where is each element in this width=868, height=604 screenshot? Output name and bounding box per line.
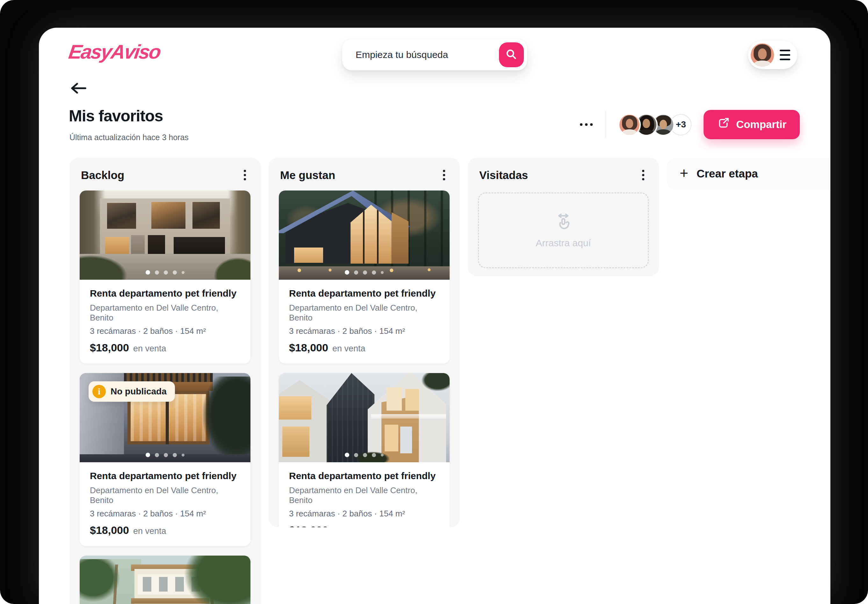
user-avatar[interactable]: [751, 43, 774, 67]
create-stage-label: Crear etapa: [697, 167, 758, 180]
kebab-icon[interactable]: [240, 167, 249, 183]
create-stage-button[interactable]: + Crear etapa: [667, 158, 831, 189]
listing-specs: 3 recámaras · 2 baños · 154 m²: [289, 326, 439, 336]
carousel-dot[interactable]: [181, 271, 184, 274]
carousel-dot[interactable]: [155, 453, 159, 457]
listing-card-body: Renta departamento pet friendly Departam…: [80, 280, 251, 364]
photo-shape: [371, 414, 446, 418]
photo-shape: [80, 253, 131, 280]
listing-card[interactable]: Renta departamento pet friendly Departam…: [279, 190, 450, 364]
listing-photo[interactable]: [80, 190, 251, 280]
column-header: Me gustan: [269, 158, 460, 190]
listing-title: Renta departamento pet friendly: [289, 471, 439, 482]
listing-price-suffix: en venta: [133, 526, 166, 536]
carousel-dot[interactable]: [345, 270, 349, 275]
listing-card[interactable]: Renta departamento pet friendly Departam…: [80, 190, 251, 364]
photo-shape: [282, 427, 310, 457]
carousel-dot[interactable]: [146, 453, 150, 457]
carousel-dot[interactable]: [173, 271, 177, 275]
search-button[interactable]: [499, 42, 524, 67]
carousel-dot[interactable]: [354, 271, 358, 275]
column-title: Me gustan: [280, 169, 335, 181]
carousel-dot[interactable]: [363, 453, 367, 457]
page-header-actions: +3 Compartir: [579, 110, 800, 139]
carousel-dot[interactable]: [155, 271, 159, 275]
listing-card[interactable]: [80, 556, 251, 604]
listing-photo[interactable]: [279, 190, 450, 280]
collaborator-avatar[interactable]: [618, 113, 641, 136]
photo-shape: [107, 203, 136, 229]
carousel-dots: [279, 270, 450, 275]
photo-shape: [182, 556, 251, 604]
listing-title: Renta departamento pet friendly: [90, 471, 240, 482]
carousel-dot[interactable]: [381, 454, 384, 457]
kebab-icon[interactable]: [639, 167, 648, 183]
divider: [605, 111, 606, 138]
page-title: Mis favoritos: [69, 107, 163, 125]
photo-shape: [131, 235, 145, 254]
carousel-dot[interactable]: [146, 270, 150, 275]
magnifier-icon: [505, 48, 518, 62]
kebab-icon[interactable]: [440, 167, 448, 183]
carousel-dot[interactable]: [363, 271, 367, 275]
screenshot-frame: EasyAviso Mis favorit: [0, 0, 868, 604]
board-column-backlog: Backlog: [70, 158, 260, 604]
share-icon: [717, 117, 730, 132]
more-options-button[interactable]: [579, 120, 593, 129]
carousel-dot[interactable]: [372, 453, 376, 457]
hamburger-icon[interactable]: [780, 50, 790, 60]
photo-shape: [203, 376, 251, 460]
column-header: Backlog: [70, 158, 260, 190]
back-button[interactable]: [70, 81, 88, 95]
brand-logo[interactable]: EasyAviso: [67, 40, 162, 63]
photo-shape: [327, 373, 374, 462]
carousel-dot[interactable]: [181, 454, 184, 457]
listing-photo[interactable]: i No publicada: [80, 373, 251, 462]
listing-price: $18,000: [289, 524, 328, 527]
listing-location: Departamento en Del Valle Centro, Benito: [289, 485, 439, 505]
photo-shape: [151, 202, 186, 229]
info-icon: i: [92, 385, 106, 398]
photo-shape: [279, 396, 311, 420]
column-title: Backlog: [81, 169, 124, 181]
card-list: Renta departamento pet friendly Departam…: [70, 190, 260, 604]
avatar-shape: [754, 60, 771, 67]
photo-shape: [400, 427, 412, 453]
carousel-dot[interactable]: [173, 453, 177, 457]
avatar-shape: [626, 119, 633, 128]
status-badge-label: No publicada: [110, 386, 167, 396]
board-column-visitadas: Visitadas Arrastra aquí: [468, 158, 659, 276]
listing-price: $18,000: [90, 524, 129, 536]
photo-shape: [80, 559, 124, 604]
card-list: Renta departamento pet friendly Departam…: [269, 190, 460, 527]
listing-price: $18,000: [90, 342, 129, 354]
share-button[interactable]: Compartir: [704, 110, 800, 139]
listing-title: Renta departamento pet friendly: [289, 288, 439, 299]
avatar-shape: [758, 48, 766, 59]
collaborator-avatars: +3: [618, 113, 691, 136]
drag-hand-icon: [554, 212, 573, 232]
carousel-dot[interactable]: [372, 271, 376, 275]
carousel-dot[interactable]: [345, 453, 349, 457]
listing-card[interactable]: Renta departamento pet friendly Departam…: [279, 373, 450, 527]
listing-card[interactable]: i No publicada Renta departamento pet fr…: [80, 373, 251, 546]
search-bar: [342, 39, 527, 70]
listing-photo[interactable]: [279, 373, 450, 462]
photo-shape: [405, 389, 419, 410]
listing-specs: 3 recámaras · 2 baños · 154 m²: [90, 326, 240, 336]
listing-price: $18,000: [289, 342, 328, 354]
drag-drop-zone[interactable]: Arrastra aquí: [478, 192, 649, 268]
photo-shape: [211, 256, 251, 280]
photo-shape: [148, 235, 165, 254]
carousel-dot[interactable]: [164, 453, 168, 457]
carousel-dot[interactable]: [381, 271, 384, 274]
share-button-label: Compartir: [736, 119, 786, 131]
photo-shape: [294, 248, 323, 263]
listing-card-body: Renta departamento pet friendly Departam…: [279, 462, 450, 527]
listing-photo[interactable]: [80, 556, 251, 604]
carousel-dot[interactable]: [164, 271, 168, 275]
listing-specs: 3 recámaras · 2 baños · 154 m²: [90, 509, 240, 519]
photo-shape: [419, 373, 450, 393]
avatar-shape: [660, 120, 667, 129]
carousel-dot[interactable]: [354, 453, 358, 457]
